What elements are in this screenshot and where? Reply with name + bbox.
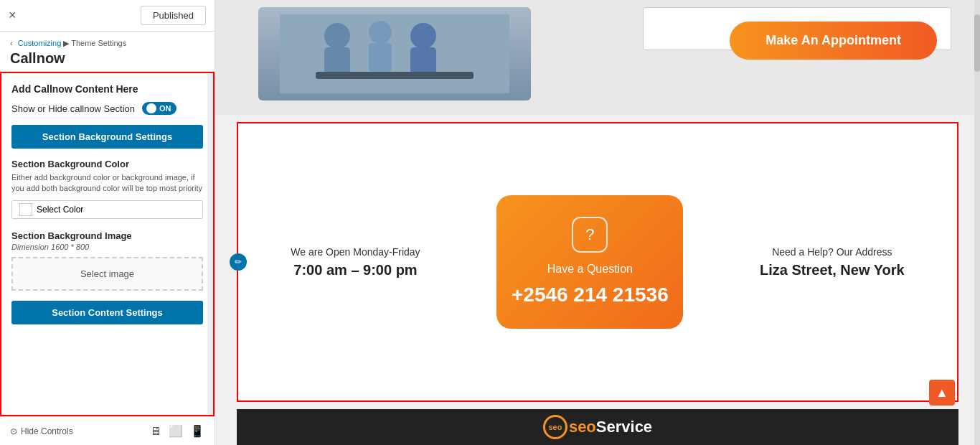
breadcrumb-separator: ▶ <box>63 39 71 47</box>
svg-rect-7 <box>316 72 473 79</box>
open-hours-value: 7:00 am – 9:00 pm <box>291 262 420 278</box>
team-image <box>258 7 531 100</box>
panel-header: ‹ Customizing ▶ Theme Settings Callnow <box>0 32 215 72</box>
address-value: Liza Street, New York <box>760 262 905 278</box>
show-hide-row: Show or Hide callnow Section ON <box>11 102 203 115</box>
card-title: Have a Question <box>511 263 669 276</box>
desktop-icon[interactable]: 🖥 <box>150 425 161 438</box>
service-label: Service <box>596 418 652 436</box>
bg-color-desc: Either add background color or backgroun… <box>11 172 203 195</box>
seo-service-text: seoService <box>569 418 652 436</box>
bg-image-dim: Dimension 1600 * 800 <box>11 243 203 251</box>
color-swatch <box>19 203 32 216</box>
appointment-button[interactable]: Make An Appointment <box>730 22 937 60</box>
breadcrumb-customizing[interactable]: Customizing <box>18 39 62 47</box>
svg-rect-0 <box>280 14 509 93</box>
address-block: Need a Help? Our Address Liza Street, Ne… <box>760 246 905 278</box>
bg-image-heading: Section Background Image <box>11 230 203 241</box>
address-label: Need a Help? Our Address <box>760 246 905 258</box>
panel-scrollbar[interactable] <box>207 73 213 415</box>
right-scrollbar[interactable] <box>974 0 980 445</box>
back-arrow-icon[interactable]: ‹ <box>10 39 13 47</box>
scrollbar-thumb <box>974 14 980 72</box>
question-icon: ? <box>572 217 608 253</box>
breadcrumb-section: Theme Settings <box>71 39 126 47</box>
callnow-section: ✏ We are Open Monday-Friday 7:00 am – 9:… <box>237 122 958 402</box>
top-image-section: Make An Appointment <box>215 0 980 115</box>
svg-rect-4 <box>369 43 392 72</box>
panel-title: Callnow <box>10 50 204 67</box>
bg-settings-button[interactable]: Section Background Settings <box>11 125 203 149</box>
edit-pencil-icon[interactable]: ✏ <box>230 253 247 271</box>
right-area: Make An Appointment ✏ We are Open Monday… <box>215 0 980 445</box>
question-mark: ? <box>585 225 594 244</box>
team-illustration <box>280 14 509 93</box>
svg-point-1 <box>324 23 350 49</box>
hide-controls-button[interactable]: ⊙ Hide Controls <box>10 426 73 436</box>
seo-logo: seo seoService <box>543 415 652 439</box>
scroll-up-icon: ▲ <box>936 385 948 400</box>
close-icon[interactable]: × <box>9 8 17 23</box>
open-hours-block: We are Open Monday-Friday 7:00 am – 9:00… <box>291 246 420 278</box>
left-panel: × Published ‹ Customizing ▶ Theme Settin… <box>0 0 215 445</box>
show-hide-toggle[interactable]: ON <box>142 102 177 115</box>
select-color-button[interactable]: Select Color <box>11 200 203 219</box>
select-image-label: Select image <box>80 268 134 279</box>
open-hours-label: We are Open Monday-Friday <box>291 246 420 258</box>
show-hide-label: Show or Hide callnow Section <box>11 103 135 114</box>
card-phone: +2546 214 21536 <box>511 283 669 307</box>
published-button[interactable]: Published <box>141 6 206 25</box>
content-settings-button[interactable]: Section Content Settings <box>11 301 203 324</box>
toggle-label: ON <box>159 104 171 113</box>
hide-controls-icon: ⊙ <box>10 426 17 436</box>
footer-bar: seo seoService <box>237 409 958 445</box>
seo-circle-icon: seo <box>543 415 567 439</box>
team-image-inner <box>258 7 531 100</box>
select-image-area[interactable]: Select image <box>11 257 203 291</box>
mobile-icon[interactable]: 📱 <box>190 424 204 438</box>
seo-text: seo <box>548 423 562 431</box>
add-content-title: Add Callnow Content Here <box>11 83 203 95</box>
toggle-circle <box>146 103 156 113</box>
hide-controls-label: Hide Controls <box>21 426 73 436</box>
tablet-icon[interactable]: ⬜ <box>169 424 183 438</box>
top-bar: × Published <box>0 0 215 32</box>
footer-controls: 🖥 ⬜ 📱 <box>150 424 204 438</box>
select-color-label: Select Color <box>37 205 83 215</box>
orange-card: ? Have a Question +2546 214 21536 <box>496 195 683 329</box>
svg-point-5 <box>410 23 436 49</box>
seo-label: seo <box>569 418 596 436</box>
bg-color-heading: Section Background Color <box>11 159 203 169</box>
scroll-to-top-button[interactable]: ▲ <box>929 380 955 406</box>
panel-body: Add Callnow Content Here Show or Hide ca… <box>0 72 215 416</box>
panel-footer: ⊙ Hide Controls 🖥 ⬜ 📱 <box>0 416 215 445</box>
breadcrumb: ‹ Customizing ▶ Theme Settings <box>10 39 204 48</box>
svg-point-3 <box>369 21 392 44</box>
